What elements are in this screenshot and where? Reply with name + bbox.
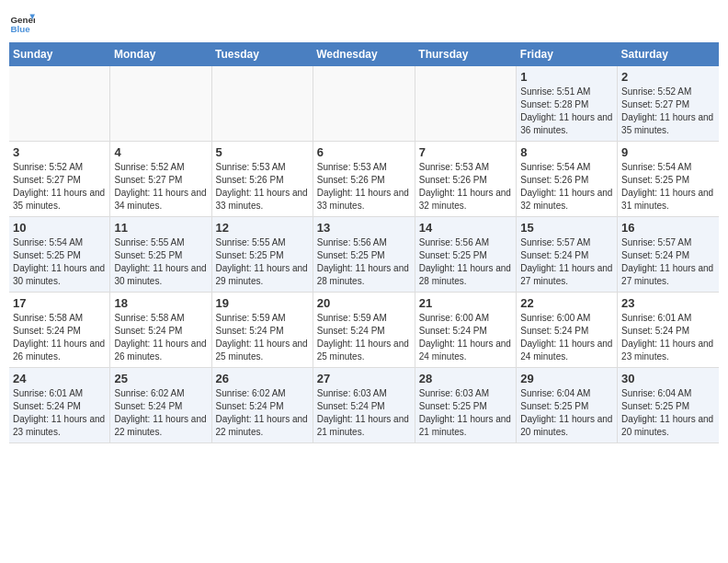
day-info: Sunrise: 6:03 AM Sunset: 5:24 PM Dayligh… (317, 387, 411, 439)
weekday-header-thursday: Thursday (415, 42, 516, 66)
calendar-cell: 25Sunrise: 6:02 AM Sunset: 5:24 PM Dayli… (110, 368, 211, 443)
day-info: Sunrise: 5:52 AM Sunset: 5:27 PM Dayligh… (114, 161, 207, 213)
calendar-cell: 11Sunrise: 5:55 AM Sunset: 5:25 PM Dayli… (110, 217, 211, 293)
calendar-cell: 19Sunrise: 5:59 AM Sunset: 5:24 PM Dayli… (211, 293, 313, 368)
day-info: Sunrise: 6:01 AM Sunset: 5:24 PM Dayligh… (621, 312, 715, 363)
calendar-cell: 20Sunrise: 5:59 AM Sunset: 5:24 PM Dayli… (313, 293, 415, 368)
day-number: 11 (114, 221, 207, 235)
calendar-cell: 27Sunrise: 6:03 AM Sunset: 5:24 PM Dayli… (313, 368, 415, 443)
calendar-cell (211, 66, 313, 142)
day-number: 20 (317, 296, 411, 310)
day-info: Sunrise: 5:54 AM Sunset: 5:25 PM Dayligh… (621, 161, 715, 213)
calendar-cell: 30Sunrise: 6:04 AM Sunset: 5:25 PM Dayli… (618, 368, 719, 443)
logo-icon: General Blue (9, 9, 35, 35)
calendar-cell: 23Sunrise: 6:01 AM Sunset: 5:24 PM Dayli… (618, 293, 719, 368)
svg-text:Blue: Blue (10, 24, 30, 34)
day-number: 18 (114, 296, 207, 310)
logo: General Blue (9, 9, 35, 35)
day-number: 23 (621, 296, 715, 310)
day-number: 2 (621, 70, 715, 84)
calendar-cell: 10Sunrise: 5:54 AM Sunset: 5:25 PM Dayli… (9, 217, 110, 293)
weekday-header-saturday: Saturday (618, 42, 719, 66)
day-number: 29 (520, 372, 613, 385)
day-number: 14 (419, 221, 512, 235)
day-number: 12 (216, 221, 309, 235)
calendar-cell: 26Sunrise: 6:02 AM Sunset: 5:24 PM Dayli… (211, 368, 313, 443)
day-info: Sunrise: 5:51 AM Sunset: 5:28 PM Dayligh… (520, 86, 613, 137)
day-info: Sunrise: 5:58 AM Sunset: 5:24 PM Dayligh… (114, 312, 207, 363)
calendar-cell: 9Sunrise: 5:54 AM Sunset: 5:25 PM Daylig… (618, 142, 719, 217)
day-number: 10 (13, 221, 106, 235)
day-info: Sunrise: 6:00 AM Sunset: 5:24 PM Dayligh… (419, 312, 512, 363)
calendar-cell: 21Sunrise: 6:00 AM Sunset: 5:24 PM Dayli… (415, 293, 516, 368)
calendar-cell: 24Sunrise: 6:01 AM Sunset: 5:24 PM Dayli… (9, 368, 110, 443)
calendar-week-row: 24Sunrise: 6:01 AM Sunset: 5:24 PM Dayli… (9, 368, 719, 443)
day-info: Sunrise: 5:55 AM Sunset: 5:25 PM Dayligh… (216, 236, 309, 288)
day-number: 17 (13, 296, 106, 310)
calendar-cell: 7Sunrise: 5:53 AM Sunset: 5:26 PM Daylig… (415, 142, 516, 217)
weekday-header-wednesday: Wednesday (313, 42, 415, 66)
calendar-cell: 15Sunrise: 5:57 AM Sunset: 5:24 PM Dayli… (517, 217, 618, 293)
day-info: Sunrise: 6:03 AM Sunset: 5:25 PM Dayligh… (419, 387, 512, 439)
weekday-header-monday: Monday (110, 42, 211, 66)
calendar-week-row: 1Sunrise: 5:51 AM Sunset: 5:28 PM Daylig… (9, 66, 719, 142)
calendar-cell (9, 66, 110, 142)
day-number: 26 (216, 372, 309, 385)
day-number: 6 (317, 145, 411, 159)
day-info: Sunrise: 5:53 AM Sunset: 5:26 PM Dayligh… (216, 161, 309, 213)
day-info: Sunrise: 5:53 AM Sunset: 5:26 PM Dayligh… (317, 161, 411, 213)
calendar-cell: 16Sunrise: 5:57 AM Sunset: 5:24 PM Dayli… (618, 217, 719, 293)
day-number: 24 (13, 372, 106, 385)
weekday-header-tuesday: Tuesday (211, 42, 313, 66)
day-info: Sunrise: 5:54 AM Sunset: 5:25 PM Dayligh… (13, 236, 106, 288)
weekday-header-friday: Friday (517, 42, 618, 66)
day-info: Sunrise: 6:04 AM Sunset: 5:25 PM Dayligh… (621, 387, 715, 439)
calendar-cell: 1Sunrise: 5:51 AM Sunset: 5:28 PM Daylig… (517, 66, 618, 142)
day-number: 22 (520, 296, 613, 310)
day-number: 1 (520, 70, 613, 84)
calendar-cell (110, 66, 211, 142)
day-number: 8 (520, 145, 613, 159)
day-info: Sunrise: 6:02 AM Sunset: 5:24 PM Dayligh… (114, 387, 207, 439)
calendar-week-row: 10Sunrise: 5:54 AM Sunset: 5:25 PM Dayli… (9, 217, 719, 293)
calendar-cell: 29Sunrise: 6:04 AM Sunset: 5:25 PM Dayli… (517, 368, 618, 443)
calendar-cell (415, 66, 516, 142)
day-number: 16 (621, 221, 715, 235)
calendar-table: SundayMondayTuesdayWednesdayThursdayFrid… (9, 42, 719, 443)
day-number: 25 (114, 372, 207, 385)
day-info: Sunrise: 5:57 AM Sunset: 5:24 PM Dayligh… (520, 236, 613, 288)
calendar-cell: 14Sunrise: 5:56 AM Sunset: 5:25 PM Dayli… (415, 217, 516, 293)
day-number: 5 (216, 145, 309, 159)
calendar-cell: 12Sunrise: 5:55 AM Sunset: 5:25 PM Dayli… (211, 217, 313, 293)
day-info: Sunrise: 6:00 AM Sunset: 5:24 PM Dayligh… (520, 312, 613, 363)
day-info: Sunrise: 5:56 AM Sunset: 5:25 PM Dayligh… (317, 236, 411, 288)
day-info: Sunrise: 5:55 AM Sunset: 5:25 PM Dayligh… (114, 236, 207, 288)
day-info: Sunrise: 5:56 AM Sunset: 5:25 PM Dayligh… (419, 236, 512, 288)
day-info: Sunrise: 5:59 AM Sunset: 5:24 PM Dayligh… (317, 312, 411, 363)
day-number: 30 (621, 372, 715, 385)
calendar-week-row: 3Sunrise: 5:52 AM Sunset: 5:27 PM Daylig… (9, 142, 719, 217)
day-info: Sunrise: 5:54 AM Sunset: 5:26 PM Dayligh… (520, 161, 613, 213)
calendar-week-row: 17Sunrise: 5:58 AM Sunset: 5:24 PM Dayli… (9, 293, 719, 368)
weekday-header-sunday: Sunday (9, 42, 110, 66)
day-number: 27 (317, 372, 411, 385)
day-info: Sunrise: 5:59 AM Sunset: 5:24 PM Dayligh… (216, 312, 309, 363)
calendar-cell: 22Sunrise: 6:00 AM Sunset: 5:24 PM Dayli… (517, 293, 618, 368)
calendar-cell: 13Sunrise: 5:56 AM Sunset: 5:25 PM Dayli… (313, 217, 415, 293)
day-number: 19 (216, 296, 309, 310)
day-info: Sunrise: 5:58 AM Sunset: 5:24 PM Dayligh… (13, 312, 106, 363)
day-number: 21 (419, 296, 512, 310)
day-number: 28 (419, 372, 512, 385)
day-number: 13 (317, 221, 411, 235)
calendar-cell: 8Sunrise: 5:54 AM Sunset: 5:26 PM Daylig… (517, 142, 618, 217)
calendar-cell: 5Sunrise: 5:53 AM Sunset: 5:26 PM Daylig… (211, 142, 313, 217)
day-number: 15 (520, 221, 613, 235)
day-info: Sunrise: 5:53 AM Sunset: 5:26 PM Dayligh… (419, 161, 512, 213)
day-number: 3 (13, 145, 106, 159)
day-info: Sunrise: 6:02 AM Sunset: 5:24 PM Dayligh… (216, 387, 309, 439)
calendar-cell: 28Sunrise: 6:03 AM Sunset: 5:25 PM Dayli… (415, 368, 516, 443)
calendar-cell: 17Sunrise: 5:58 AM Sunset: 5:24 PM Dayli… (9, 293, 110, 368)
day-info: Sunrise: 5:52 AM Sunset: 5:27 PM Dayligh… (13, 161, 106, 213)
day-info: Sunrise: 5:52 AM Sunset: 5:27 PM Dayligh… (621, 86, 715, 137)
day-number: 7 (419, 145, 512, 159)
